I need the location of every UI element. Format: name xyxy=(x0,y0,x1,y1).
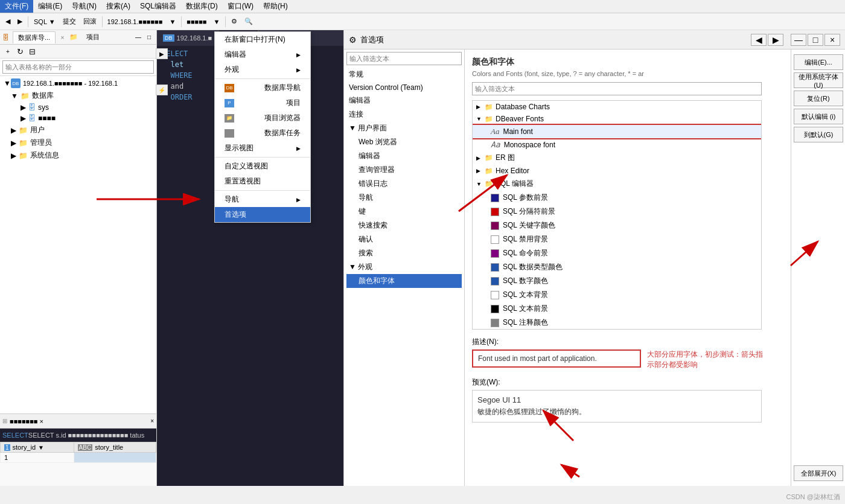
ctx-dbtask[interactable]: 数据库任务 xyxy=(215,126,310,141)
menu-search[interactable]: 搜索(A) xyxy=(101,0,135,13)
ct-sql-cmd[interactable]: SQL 命令前景 xyxy=(473,246,761,260)
ctx-project-icon: P xyxy=(225,99,234,107)
pref-item-editor2[interactable]: 编辑器 xyxy=(346,149,462,163)
side-icon-1[interactable]: ▶ xyxy=(157,48,168,59)
ctx-resetperspective[interactable]: 重置透视图 xyxy=(215,174,310,189)
menu-help[interactable]: 帮助(H) xyxy=(258,0,293,13)
btn-to-default[interactable]: 到默认(G) xyxy=(794,127,843,142)
ct-dbcharts[interactable]: ▶ 📁 Database Charts xyxy=(473,101,761,113)
pref-item-errorlog[interactable]: 错误日志 xyxy=(346,177,462,191)
dialog-minimize[interactable]: — xyxy=(791,34,806,46)
nav-collapse[interactable]: ⊟ xyxy=(27,46,37,57)
toolbar-sql[interactable]: SQL ▼ xyxy=(31,15,59,28)
pref-group-appearance[interactable]: ▼ 外观 xyxy=(346,260,462,274)
tree-sys[interactable]: ▶ 🗄 sys xyxy=(1,102,155,113)
dialog-maximize[interactable]: □ xyxy=(808,34,823,46)
pref-item-vcs[interactable]: Version Control (Team) xyxy=(346,81,462,94)
pref-item-querymanager[interactable]: 查询管理器 xyxy=(346,163,462,177)
tab-db-navigator[interactable]: 数据库导... xyxy=(13,31,56,43)
ctx-projbrowser[interactable]: 📁 项目浏览器 xyxy=(215,110,310,126)
pref-search-input[interactable] xyxy=(346,52,462,65)
toolbar-back[interactable]: ◀ xyxy=(2,15,13,28)
btn-edit[interactable]: 编辑(E)... xyxy=(794,54,843,70)
tree-admin[interactable]: ▶ 📁 管理员 xyxy=(1,136,155,149)
ct-sql-textfg[interactable]: SQL 文本前景 xyxy=(473,302,761,316)
pref-group-ui[interactable]: ▼ 用户界面 xyxy=(346,121,462,135)
ct-sql-num[interactable]: SQL 数字颜色 xyxy=(473,274,761,288)
btn-use-system[interactable]: 使用系统字体(U) xyxy=(794,72,843,88)
toolbar-submit[interactable]: 提交 xyxy=(60,15,79,28)
sql-param-label: SQL 参数前景 xyxy=(503,193,548,203)
toolbar-search2[interactable]: 🔍 xyxy=(241,15,256,28)
dialog-forward[interactable]: ▶ xyxy=(768,34,783,46)
menu-window[interactable]: 窗口(W) xyxy=(223,0,258,13)
menu-sql[interactable]: SQL编辑器 xyxy=(135,0,181,13)
btn-default-edit[interactable]: 默认编辑 (i) xyxy=(794,109,843,124)
ctx-open-new-window[interactable]: 在新窗口中打开(N) xyxy=(215,32,310,47)
ct-mainfont[interactable]: Aa Main font xyxy=(473,125,761,138)
ct-sql-datatype[interactable]: SQL 数据类型颜色 xyxy=(473,260,761,274)
btn-reset[interactable]: 复位(R) xyxy=(794,91,843,106)
ct-dbeaverfonts[interactable]: ▼ 📁 DBeaver Fonts xyxy=(473,113,761,125)
toolbar-rollback[interactable]: 回滚 xyxy=(80,15,100,28)
dialog-back[interactable]: ◀ xyxy=(751,34,767,46)
ctx-appearance[interactable]: 外观 ▶ xyxy=(215,62,310,77)
side-icon-2[interactable]: ⚡ xyxy=(157,85,168,95)
result-close[interactable]: × xyxy=(150,418,154,424)
ct-monofont[interactable]: Aa Monospace font xyxy=(473,138,761,151)
toolbar-settings[interactable]: ⚙ xyxy=(228,15,240,28)
ctx-preferences[interactable]: 首选项 xyxy=(215,207,310,222)
toolbar-db-btn[interactable]: ▼ xyxy=(211,15,223,28)
editor-tab-connection[interactable]: DB 192.168.1.■ xyxy=(157,30,218,46)
ct-sql-sep[interactable]: SQL 分隔符前景 xyxy=(473,205,761,219)
dialog-close[interactable]: × xyxy=(824,34,840,46)
ct-sql-param[interactable]: SQL 参数前景 xyxy=(473,191,761,205)
ctx-showview[interactable]: 显示视图 ▶ xyxy=(215,141,310,156)
color-filter-input[interactable] xyxy=(472,82,762,95)
panel-maximize[interactable]: □ xyxy=(144,33,154,42)
pref-item-quicksearch[interactable]: 快速搜索 xyxy=(346,219,462,232)
tree-connection[interactable]: ▼ DB 192.168.1.■■■■■■■ - 192.168.1 xyxy=(1,77,155,89)
pref-item-general[interactable]: 常规 xyxy=(346,68,462,81)
pref-item-nav[interactable]: 导航 xyxy=(346,191,462,205)
menu-file[interactable]: 文件(F) xyxy=(0,0,33,13)
btn-expand-all[interactable]: 全部展开(X) xyxy=(794,465,843,481)
ctx-navigate[interactable]: 导航 ▶ xyxy=(215,192,310,207)
ctx-editor[interactable]: 编辑器 ▶ xyxy=(215,47,310,62)
ct-sql-kw[interactable]: SQL 关键字颜色 xyxy=(473,219,761,232)
nav-new[interactable]: + xyxy=(2,46,13,57)
ctx-dbnav[interactable]: DB 数据库导航 xyxy=(215,80,310,95)
toolbar-forward[interactable]: ▶ xyxy=(14,15,25,28)
tab-project[interactable]: 项目 xyxy=(81,31,104,43)
users-icon: 📁 xyxy=(19,126,28,135)
tree-db-folder[interactable]: ▼ 📁 数据库 xyxy=(1,89,155,102)
tree-db2[interactable]: ▶ 🗄 ■■■■ xyxy=(1,113,155,124)
ctx-customperspective[interactable]: 自定义透视图 xyxy=(215,159,310,174)
tree-users[interactable]: ▶ 📁 用户 xyxy=(1,124,155,136)
ct-sql-comment[interactable]: SQL 注释颜色 xyxy=(473,316,761,330)
ct-hex[interactable]: ▶ 📁 Hex Editor xyxy=(473,165,761,177)
ct-sql-disabled[interactable]: SQL 禁用背景 xyxy=(473,232,761,246)
ct-sql-textbg[interactable]: SQL 文本背景 xyxy=(473,288,761,302)
menu-edit[interactable]: 编辑(E) xyxy=(33,0,67,13)
pref-item-keys[interactable]: 键 xyxy=(346,205,462,219)
pref-item-search[interactable]: 搜索 xyxy=(346,246,462,260)
preview-label: 预览(W): xyxy=(472,377,783,388)
toolbar-conn-select[interactable]: ▼ xyxy=(166,15,179,28)
pref-item-confirm[interactable]: 确认 xyxy=(346,232,462,246)
pref-item-connection[interactable]: 连接 xyxy=(346,107,462,121)
db2-label: ■■■■ xyxy=(38,114,56,123)
ct-sqleditor[interactable]: ▼ 📁 SQL 编辑器 xyxy=(473,177,761,191)
nav-refresh[interactable]: ↻ xyxy=(14,46,25,57)
nav-search-input[interactable] xyxy=(2,60,154,74)
menu-db[interactable]: 数据库(D) xyxy=(181,0,223,13)
pref-item-editor[interactable]: 编辑器 xyxy=(346,94,462,107)
tree-sysinfo[interactable]: ▶ 📁 系统信息 xyxy=(1,149,155,162)
ct-er[interactable]: ▶ 📁 ER 图 xyxy=(473,151,761,165)
pref-item-colorfonts[interactable]: 颜色和字体 xyxy=(346,274,462,288)
menu-nav[interactable]: 导航(N) xyxy=(67,0,101,13)
color-tree[interactable]: ▶ 📁 Database Charts ▼ 📁 DBeaver Fonts Aa xyxy=(472,100,762,330)
pref-item-webbrowser[interactable]: Web 浏览器 xyxy=(346,135,462,149)
panel-minimize[interactable]: — xyxy=(133,33,143,42)
ctx-project[interactable]: P 项目 xyxy=(215,95,310,110)
